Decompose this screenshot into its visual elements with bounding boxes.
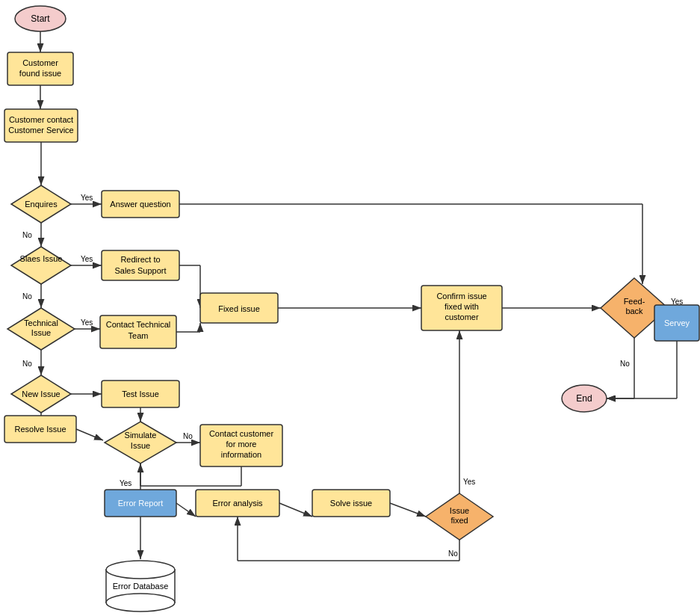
customer-found-label: Customer xyxy=(22,58,58,67)
svg-line-48 xyxy=(279,503,312,517)
slaes-no-label: No xyxy=(22,292,32,301)
confirm-label1: Confirm issue xyxy=(436,292,486,301)
confirm-label3: customer xyxy=(445,312,479,321)
svg-line-50 xyxy=(390,503,426,517)
enquires-no-label: No xyxy=(22,231,32,239)
test-issue-label: Test Issue xyxy=(122,389,159,398)
svg-line-37 xyxy=(76,429,103,440)
customer-contact-label: Customer contact xyxy=(9,115,73,124)
issue-fixed-no-label: No xyxy=(448,549,458,558)
feedback-label2: back xyxy=(625,307,643,315)
simulate-label1: Simulate xyxy=(125,431,157,440)
simulate-no-label: No xyxy=(183,432,193,440)
fixed-issue-label: Fixed issue xyxy=(218,304,260,313)
solve-issue-label: Solve issue xyxy=(330,499,372,508)
svg-marker-15 xyxy=(11,247,71,284)
contact-cust-label2: for more xyxy=(226,440,257,449)
redirect-sales-label1: Redirect to xyxy=(120,255,160,264)
resolve-issue-label: Resolve Issue xyxy=(14,425,66,434)
svg-point-58 xyxy=(106,561,175,579)
issue-fixed-yes-label: Yes xyxy=(463,478,475,486)
contact-cust-label3: information xyxy=(221,450,261,459)
error-report-label: Error Report xyxy=(118,499,164,508)
svg-text:found issue: found issue xyxy=(19,69,61,78)
confirm-label2: fixed with xyxy=(445,302,479,311)
simulate-label2: Issue xyxy=(131,441,150,450)
enquires-label: Enquires xyxy=(25,200,58,209)
contact-tech-label1: Contact Technical xyxy=(106,320,171,329)
slaes-label: Slaes Issue xyxy=(20,254,63,263)
answer-question-label: Answer question xyxy=(110,200,170,209)
contact-tech-label2: Team xyxy=(128,331,149,340)
contact-cust-label1: Contact customer xyxy=(209,429,274,438)
tech-no-label: No xyxy=(22,360,32,368)
tech-yes-label: Yes xyxy=(81,318,93,327)
svg-point-59 xyxy=(106,594,175,612)
new-issue-label: New Issue xyxy=(22,389,60,398)
svg-line-46 xyxy=(176,503,196,517)
feedback-no-label: No xyxy=(620,360,630,368)
feedback-label1: Feed- xyxy=(624,297,645,306)
simulate-yes-label: Yes xyxy=(120,479,131,487)
enquires-yes-label: Yes xyxy=(81,194,93,202)
end-label: End xyxy=(576,393,592,404)
slaes-yes-label: Yes xyxy=(81,255,93,263)
servey-label: Servey xyxy=(664,318,690,327)
issue-fixed-label2: fixed xyxy=(450,516,468,525)
svg-text:Customer Service: Customer Service xyxy=(8,126,73,135)
technical-label1: Technical xyxy=(24,318,58,327)
start-label: Start xyxy=(31,13,50,24)
redirect-sales-label2: Sales Support xyxy=(114,266,166,275)
issue-fixed-label1: Issue xyxy=(450,506,469,515)
error-db-label: Error Database xyxy=(113,582,169,591)
error-analysis-label: Error analysis xyxy=(212,499,263,508)
technical-label2: Issue xyxy=(31,328,51,337)
